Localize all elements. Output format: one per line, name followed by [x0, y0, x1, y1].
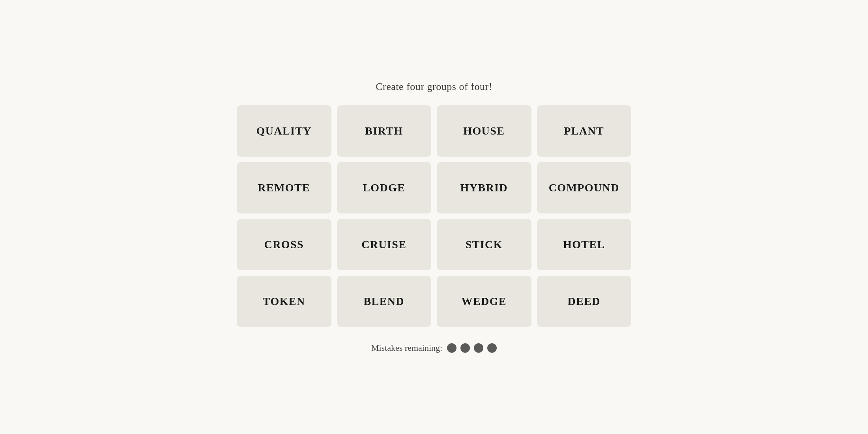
mistakes-dots [447, 343, 497, 353]
word-label-house: HOUSE [463, 125, 505, 137]
word-label-stick: STICK [466, 238, 503, 251]
word-card-blend[interactable]: BLEND [337, 276, 432, 327]
word-card-lodge[interactable]: LODGE [337, 162, 432, 213]
word-label-blend: BLEND [364, 295, 404, 308]
word-card-quality[interactable]: QUALITY [237, 105, 331, 157]
word-label-cruise: CRUISE [361, 238, 406, 251]
mistake-dot-4 [487, 343, 497, 353]
mistake-dot-2 [460, 343, 470, 353]
word-label-cross: CROSS [264, 238, 304, 251]
word-label-hybrid: HYBRID [460, 181, 508, 194]
word-card-deed[interactable]: DEED [537, 276, 632, 327]
mistake-dot-3 [474, 343, 483, 353]
word-card-hybrid[interactable]: HYBRID [437, 162, 531, 213]
word-card-plant[interactable]: PLANT [537, 105, 632, 157]
word-label-compound: COMPOUND [549, 181, 619, 194]
word-label-hotel: HOTEL [563, 238, 605, 251]
word-label-lodge: LODGE [363, 181, 405, 194]
word-label-quality: QUALITY [256, 125, 312, 137]
word-card-wedge[interactable]: WEDGE [437, 276, 531, 327]
mistakes-section: Mistakes remaining: [371, 343, 497, 353]
word-label-birth: BIRTH [365, 125, 403, 137]
word-label-remote: REMOTE [258, 181, 310, 194]
word-label-token: TOKEN [263, 295, 305, 308]
word-card-compound[interactable]: COMPOUND [537, 162, 632, 213]
mistakes-label: Mistakes remaining: [371, 343, 442, 353]
word-card-stick[interactable]: STICK [437, 219, 531, 270]
game-container: Create four groups of four! QUALITYBIRTH… [237, 81, 631, 353]
word-grid: QUALITYBIRTHHOUSEPLANTREMOTELODGEHYBRIDC… [237, 105, 631, 327]
word-label-wedge: WEDGE [462, 295, 507, 308]
word-card-remote[interactable]: REMOTE [237, 162, 331, 213]
game-subtitle: Create four groups of four! [376, 81, 492, 93]
word-card-cross[interactable]: CROSS [237, 219, 331, 270]
word-card-hotel[interactable]: HOTEL [537, 219, 632, 270]
word-card-cruise[interactable]: CRUISE [337, 219, 432, 270]
word-card-birth[interactable]: BIRTH [337, 105, 432, 157]
word-card-house[interactable]: HOUSE [437, 105, 531, 157]
word-label-deed: DEED [568, 295, 600, 308]
mistake-dot-1 [447, 343, 456, 353]
word-label-plant: PLANT [564, 125, 604, 137]
word-card-token[interactable]: TOKEN [237, 276, 331, 327]
